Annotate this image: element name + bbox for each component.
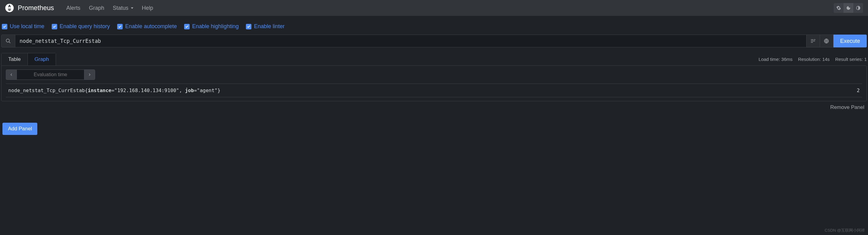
query-row: Execute (1, 35, 867, 48)
globe-icon (824, 38, 829, 44)
option-enable-autocomplete[interactable]: Enable autocomplete (117, 23, 177, 30)
stat-load-time: Load time: 36ms (758, 57, 793, 62)
watermark: CSDN @互联网小阿祥 (825, 228, 865, 233)
options-row: Use local time Enable query history Enab… (1, 21, 867, 35)
content: Use local time Enable query history Enab… (0, 16, 868, 136)
tab-table[interactable]: Table (2, 53, 28, 65)
theme-contrast-button[interactable] (853, 3, 863, 13)
gear-icon (836, 5, 841, 10)
navbar-left: Prometheus Alerts Graph Status Help (5, 2, 157, 14)
theme-system-button[interactable] (834, 3, 843, 13)
metrics-explorer-button[interactable] (820, 35, 833, 48)
tabs: Table Graph (1, 53, 56, 65)
stat-resolution: Resolution: 14s (798, 57, 830, 62)
svg-point-1 (6, 39, 9, 42)
nav-help[interactable]: Help (137, 2, 157, 14)
execute-button[interactable]: Execute (833, 35, 867, 48)
contrast-icon (856, 5, 861, 10)
chevron-left-icon (9, 72, 13, 77)
nav-status[interactable]: Status (108, 2, 137, 14)
option-label: Enable autocomplete (125, 23, 177, 30)
query-input[interactable] (15, 35, 807, 48)
checkbox-checked-icon (246, 24, 251, 29)
eval-time-prev-button[interactable] (6, 69, 17, 80)
nav-alerts[interactable]: Alerts (62, 2, 85, 14)
nav-links: Alerts Graph Status Help (62, 2, 157, 14)
add-panel-button[interactable]: Add Panel (2, 123, 37, 135)
option-label: Enable linter (254, 23, 284, 30)
chevron-right-icon (88, 72, 92, 77)
nav-graph[interactable]: Graph (85, 2, 108, 14)
chevron-down-icon (131, 7, 133, 9)
remove-panel-link[interactable]: Remove Panel (1, 101, 867, 111)
query-stats: Load time: 36ms Resolution: 14s Result s… (758, 57, 867, 62)
navbar: Prometheus Alerts Graph Status Help (0, 0, 868, 16)
result-series-label: node_netstat_Tcp_CurrEstab{instance="192… (8, 88, 220, 93)
tab-graph[interactable]: Graph (28, 53, 56, 65)
checkbox-checked-icon (117, 24, 123, 29)
tabs-row: Table Graph Load time: 36ms Resolution: … (1, 53, 867, 65)
option-label: Use local time (10, 23, 44, 30)
svg-line-2 (9, 41, 10, 43)
result-panel: node_netstat_Tcp_CurrEstab{instance="192… (1, 65, 867, 101)
moon-icon (846, 5, 851, 10)
theme-switcher (834, 3, 863, 13)
search-icon (1, 35, 15, 48)
format-icon (810, 38, 816, 44)
format-query-button[interactable] (807, 35, 820, 48)
evaluation-time-row (6, 69, 862, 80)
checkbox-checked-icon (52, 24, 57, 29)
brand-title: Prometheus (18, 4, 54, 12)
evaluation-time-input[interactable] (17, 69, 84, 80)
option-label: Enable query history (60, 23, 110, 30)
stat-result-series: Result series: 1 (835, 57, 867, 62)
option-enable-highlighting[interactable]: Enable highlighting (184, 23, 239, 30)
table-row: node_netstat_Tcp_CurrEstab{instance="192… (6, 84, 862, 97)
prometheus-logo-icon (5, 3, 14, 12)
option-enable-linter[interactable]: Enable linter (246, 23, 284, 30)
checkbox-checked-icon (184, 24, 190, 29)
eval-time-next-button[interactable] (84, 69, 95, 80)
result-table: node_netstat_Tcp_CurrEstab{instance="192… (6, 84, 862, 97)
theme-dark-button[interactable] (843, 3, 853, 13)
nav-status-label: Status (113, 5, 128, 11)
option-label: Enable highlighting (192, 23, 239, 30)
checkbox-checked-icon (2, 24, 7, 29)
brand[interactable]: Prometheus (5, 3, 54, 12)
option-enable-query-history[interactable]: Enable query history (52, 23, 110, 30)
result-value: 2 (857, 88, 860, 93)
option-use-local-time[interactable]: Use local time (2, 23, 44, 30)
